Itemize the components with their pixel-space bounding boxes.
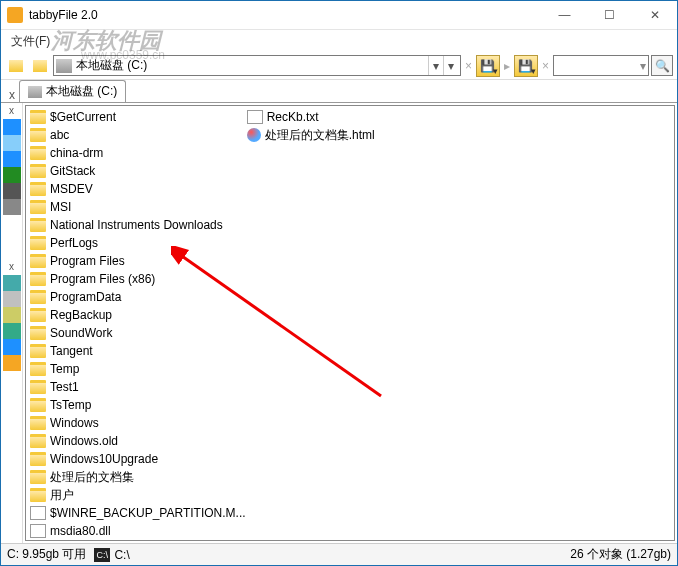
file-pane[interactable]: $GetCurrentabcchina-drmGitStackMSDEVMSIN… [25, 105, 675, 541]
file-item[interactable]: PerfLogs [30, 234, 237, 252]
file-name: TsTemp [50, 398, 91, 412]
path-text: 本地磁盘 (C:) [76, 57, 147, 74]
file-item[interactable]: abc [30, 126, 237, 144]
file-name: MSDEV [50, 182, 93, 196]
file-item[interactable]: msdia80.dll [30, 522, 237, 540]
save-button-1[interactable]: 💾▾ [476, 55, 500, 77]
file-item[interactable]: MSDEV [30, 180, 237, 198]
file-item[interactable]: Test1 [30, 378, 237, 396]
folder-icon [30, 488, 46, 502]
file-icon [30, 524, 46, 538]
file-item[interactable]: 处理后的文档集 [30, 468, 237, 486]
file-name: $WINRE_BACKUP_PARTITION.M... [50, 506, 246, 520]
save-button-2[interactable]: 💾▾ [514, 55, 538, 77]
file-name: Windows.old [50, 434, 118, 448]
window-title: tabbyFile 2.0 [29, 8, 542, 22]
status-free-space: C: 9.95gb 可用 [7, 546, 86, 563]
search-input[interactable]: ▾ [553, 55, 649, 76]
file-item[interactable]: Tangent [30, 342, 237, 360]
file-item[interactable]: $WINRE_BACKUP_PARTITION.M... [30, 504, 237, 522]
sidebar-icon-1[interactable] [3, 291, 21, 307]
file-item[interactable]: 用户 [30, 486, 237, 504]
file-name: Temp [50, 362, 79, 376]
file-name: msdia80.dll [50, 524, 111, 538]
file-item[interactable]: GitStack [30, 162, 237, 180]
file-item[interactable]: National Instruments Downloads [30, 216, 237, 234]
folder-icon [30, 308, 46, 322]
search-dropdown-icon[interactable]: ▾ [640, 59, 646, 73]
sidebar-icon-4[interactable] [3, 183, 21, 199]
file-name: RecKb.txt [267, 110, 319, 124]
status-prompt[interactable]: C:\ C:\ [94, 548, 129, 562]
watermark-text: 河东软件园 [51, 26, 161, 56]
file-item[interactable]: Windows [30, 414, 237, 432]
file-item[interactable]: Windows.old [30, 432, 237, 450]
sidebar-icon-1[interactable] [3, 135, 21, 151]
file-item[interactable]: RegBackup [30, 306, 237, 324]
file-item[interactable]: MSI [30, 198, 237, 216]
file-item[interactable]: Temp [30, 360, 237, 378]
cmd-icon: C:\ [94, 548, 110, 562]
status-object-count: 26 个对象 (1.27gb) [570, 546, 671, 563]
folder-icon [30, 164, 46, 178]
file-icon [30, 506, 46, 520]
file-name: National Instruments Downloads [50, 218, 223, 232]
search-button[interactable]: 🔍 [651, 55, 673, 76]
titlebar: tabbyFile 2.0 — ☐ ✕ [1, 1, 677, 30]
menubar: 文件(F) 河东软件园 www.pc0359.cn [1, 30, 677, 52]
file-item[interactable]: Windows10Upgrade [30, 450, 237, 468]
toolbar-btn-2[interactable] [29, 55, 51, 77]
path-combo[interactable]: 本地磁盘 (C:) ▾ ▾ [53, 55, 461, 76]
app-icon [7, 7, 23, 23]
folder-icon [30, 200, 46, 214]
file-name: ProgramData [50, 290, 121, 304]
tab-close-all[interactable]: x [5, 88, 19, 102]
toolbar: 本地磁盘 (C:) ▾ ▾ × 💾▾ ▸ 💾▾ × ▾ 🔍 [1, 52, 677, 80]
folder-icon [30, 398, 46, 412]
file-item[interactable]: Program Files (x86) [30, 270, 237, 288]
file-item[interactable]: SoundWork [30, 324, 237, 342]
folder-icon [30, 254, 46, 268]
file-item[interactable]: Program Files [30, 252, 237, 270]
file-item[interactable]: china-drm [30, 144, 237, 162]
sidebar-close-icon-2[interactable]: x [9, 261, 14, 272]
file-name: $GetCurrent [50, 110, 116, 124]
sidebar-icon-3[interactable] [3, 323, 21, 339]
sidebar-icon-3[interactable] [3, 167, 21, 183]
file-item[interactable]: ProgramData [30, 288, 237, 306]
maximize-button[interactable]: ☐ [587, 1, 632, 30]
sidebar-icon-2[interactable] [3, 151, 21, 167]
sidebar-icon-2[interactable] [3, 307, 21, 323]
file-name: RegBackup [50, 308, 112, 322]
sidebar-close-icon[interactable]: x [9, 105, 14, 116]
toolbar-btn-1[interactable] [5, 55, 27, 77]
tab-drive-c[interactable]: 本地磁盘 (C:) [19, 80, 126, 102]
folder-icon [30, 380, 46, 394]
sidebar-icon-0[interactable] [3, 119, 21, 135]
sidebar-icon-4[interactable] [3, 339, 21, 355]
file-item[interactable]: TsTemp [30, 396, 237, 414]
sidebar-left: x x [1, 103, 23, 543]
sidebar-icon-0[interactable] [3, 275, 21, 291]
file-name: MSI [50, 200, 71, 214]
path-dropdown-2[interactable]: ▾ [443, 56, 458, 75]
file-item[interactable]: $GetCurrent [30, 108, 237, 126]
path-carets: ▾ ▾ [428, 56, 458, 75]
file-item[interactable]: RecKb.txt [247, 108, 454, 126]
file-name: SoundWork [50, 326, 112, 340]
folder-icon [30, 128, 46, 142]
folder-icon [30, 146, 46, 160]
statusbar: C: 9.95gb 可用 C:\ C:\ 26 个对象 (1.27gb) [1, 543, 677, 565]
folder-icon [30, 182, 46, 196]
sidebar-icon-5[interactable] [3, 199, 21, 215]
folder-icon [30, 452, 46, 466]
file-name: GitStack [50, 164, 95, 178]
menu-file[interactable]: 文件(F) [5, 31, 56, 52]
app-window: tabbyFile 2.0 — ☐ ✕ 文件(F) 河东软件园 www.pc03… [0, 0, 678, 566]
close-button[interactable]: ✕ [632, 1, 677, 30]
file-name: china-drm [50, 146, 103, 160]
path-dropdown-1[interactable]: ▾ [428, 56, 443, 75]
file-item[interactable]: 处理后的文档集.html [247, 126, 454, 144]
sidebar-icon-5[interactable] [3, 355, 21, 371]
minimize-button[interactable]: — [542, 1, 587, 30]
